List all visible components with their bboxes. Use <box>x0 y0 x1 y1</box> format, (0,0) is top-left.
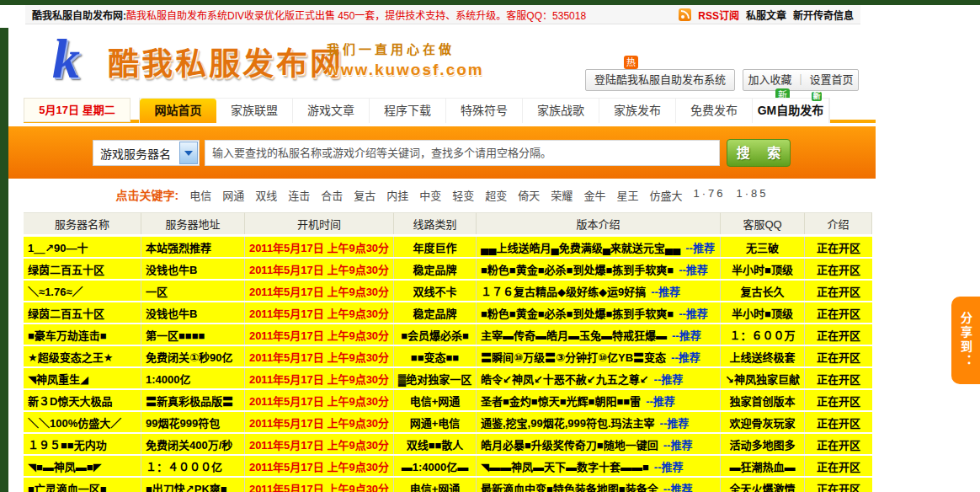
keyword-link-9[interactable]: 超变 <box>485 187 507 203</box>
set-homepage-link[interactable]: 设置首页 <box>810 73 854 86</box>
keywords-list: 电信网通双线连击合击复古内挂中变轻变超变倚天荣耀金牛星王仿盛大1·761·85 <box>189 187 768 203</box>
cell-qq: 无三破 <box>721 237 805 257</box>
favorite-sethome-button[interactable]: 加入收藏｜设置首页 <box>743 69 859 91</box>
cell-qq: 活动多地图多 <box>721 434 805 454</box>
tab-7[interactable]: 免费发布 <box>676 99 753 123</box>
recommend-label: --推荐 <box>646 393 675 409</box>
cell-name: 1＿↗90—十 <box>24 237 141 257</box>
table-row[interactable]: ＼＼100%仿盛大／99烟花999符包2011年5月17日 上午9点30分网通+… <box>24 412 872 432</box>
col-header-2: 开机时间 <box>245 212 394 234</box>
cell-line: 网通+电信 <box>394 412 477 432</box>
keyword-link-8[interactable]: 轻变 <box>452 187 474 203</box>
table-row[interactable]: 新３D惊天大极品〓新真彩极品版〓2011年5月17日 上午9点30分电信+网通圣… <box>24 390 872 410</box>
keyword-link-1[interactable]: 网通 <box>222 187 244 203</box>
rss-subscribe-link[interactable]: RSS订阅 <box>698 8 739 22</box>
table-row[interactable]: 绿茵二百五十区没钱也牛B2011年5月17日 上午9点30分稳定品牌■粉色■黄金… <box>24 259 872 279</box>
keyword-link-15[interactable]: 1·76 <box>693 187 725 203</box>
cell-time: 2011年5月17日 上午9点30分 <box>245 368 394 388</box>
nav-bar: 5月17日 星期二 网站首页家族联盟游戏文章程序下载特殊符号家族战歌家族发布免费… <box>24 98 876 123</box>
cell-intro: 主宰▬传奇▬皓月▬玉兔▬特戒狂爆▬--推荐 <box>477 324 721 345</box>
col-header-6: 介绍 <box>805 212 872 234</box>
keyword-link-2[interactable]: 双线 <box>255 187 277 203</box>
keyword-link-0[interactable]: 电信 <box>189 187 211 203</box>
add-favorite-link[interactable]: 加入收藏 <box>748 73 791 86</box>
keyword-link-12[interactable]: 金牛 <box>583 187 605 203</box>
cell-status: 正在开区 <box>805 390 872 410</box>
tab-0[interactable]: 网站首页 <box>140 99 216 123</box>
hot-badge: 热 <box>624 56 638 69</box>
cell-status: 正在开区 <box>805 368 872 388</box>
cell-name: 新３D惊天大极品 <box>24 390 141 410</box>
table-row[interactable]: １９５■■无内功免费闭关400万/秒2011年5月17日 上午9点30分双线■■… <box>24 434 872 454</box>
keywords-bar: 点击关键字: 电信网通双线连击合击复古内挂中变轻变超变倚天荣耀金牛星王仿盛大1·… <box>8 179 876 211</box>
keyword-link-3[interactable]: 连击 <box>288 187 310 203</box>
tab-1[interactable]: 家族联盟 <box>216 99 293 123</box>
cell-time: 2011年5月17日 上午9点30分 <box>245 237 394 257</box>
tab-5[interactable]: 家族战歌 <box>523 99 599 123</box>
keyword-link-6[interactable]: 内挂 <box>386 187 408 203</box>
site-header: k 酷我私服发布网 我们一直用心在做 www.kuwosf.com 登陆酷我私服… <box>8 25 876 98</box>
cell-status: 正在开区 <box>805 281 872 301</box>
keyword-link-14[interactable]: 仿盛大 <box>649 187 682 203</box>
recommend-label: --推荐 <box>679 305 708 321</box>
table-row[interactable]: ◥神凤重生◢1:4000亿2011年5月17日 上午9点30分▓绝对独家一区皓令… <box>24 368 872 388</box>
search-input[interactable] <box>205 140 720 166</box>
intro-text: ◥▬▬神凤▬天下▬数字十套▬▬■ <box>481 458 649 474</box>
cell-intro: 最新滴血中变■特色装备地图■装备全--推荐 <box>477 478 721 492</box>
keyword-link-7[interactable]: 中变 <box>419 187 441 203</box>
tab-2[interactable]: 游戏文章 <box>293 99 370 123</box>
cell-addr: 免费闭关400万/秒 <box>141 434 245 454</box>
cell-status: 正在开区 <box>805 346 872 366</box>
keyword-link-11[interactable]: 荣耀 <box>551 187 573 203</box>
chevron-down-icon[interactable] <box>179 142 198 164</box>
table-row[interactable]: ■亡灵滴血一区■■出刀快↗PK爽■2011年5月17日 上午9点30分电信+网通… <box>24 478 872 492</box>
col-header-4: 版本介绍 <box>477 212 721 234</box>
cell-status: 正在开区 <box>805 259 872 279</box>
rss-icon[interactable] <box>679 8 691 21</box>
intro-text: 通鉴,挖宝,99烟花,999符包.玛法主宰 <box>481 414 655 430</box>
cell-line: 稳定品牌 <box>394 302 477 323</box>
tab-6[interactable]: 家族发布 <box>599 99 676 123</box>
logo-text: 酷我私服发布网 <box>108 39 344 84</box>
search-button[interactable]: 搜 索 <box>727 139 791 167</box>
server-type-select[interactable]: 游戏服务器名 <box>93 140 200 166</box>
cell-status: 正在开区 <box>805 412 872 432</box>
recommend-label: --推荐 <box>654 458 684 474</box>
link-new-legend-info[interactable]: 新开传奇信息 <box>793 8 854 22</box>
site-label: 酷我私服自助发布网: <box>32 10 126 22</box>
cell-qq: 复古长久 <box>721 281 805 301</box>
share-tab[interactable]: 分享到： <box>951 297 980 384</box>
cell-addr: 99烟花999符包 <box>141 412 245 432</box>
tab-8[interactable]: GM自助发布新 <box>753 99 829 123</box>
table-row[interactable]: ★超级变态之王★免费闭关①秒90亿2011年5月17日 上午9点30分■■变态■… <box>24 346 872 366</box>
table-row[interactable]: ＼≈1.76≈／一区2011年5月17日 上午9点30分双线不卡１７６复古精品◆… <box>24 281 872 301</box>
table-row[interactable]: 绿茵二百五十区没钱也牛B2011年5月17日 上午9点30分稳定品牌■粉色■黄金… <box>24 302 872 323</box>
recommend-label: --推荐 <box>685 239 715 255</box>
link-private-server-articles[interactable]: 私服文章 <box>746 8 786 22</box>
keyword-link-13[interactable]: 星王 <box>616 187 638 203</box>
cell-name: 绿茵二百五十区 <box>24 302 141 323</box>
keyword-link-5[interactable]: 复古 <box>354 187 375 203</box>
cell-intro: 皓月必暴■升级奖传奇刀■随地一键回--推荐 <box>477 434 721 454</box>
tab-3[interactable]: 程序下载 <box>370 99 446 123</box>
keyword-link-4[interactable]: 合击 <box>321 187 343 203</box>
cell-line: ▬1:4000亿▬ <box>394 456 477 476</box>
recommend-label: --推荐 <box>671 349 700 365</box>
page: 酷我私服自助发布网:酷我私服自助发布系统DIV收录优化版正式出售 450一套，提… <box>8 5 876 492</box>
table-row[interactable]: 1＿↗90—十本站强烈推荐2011年5月17日 上午9点30分年度巨作▄▄上线送… <box>24 237 872 257</box>
table-header: 服务器名称服务器地址开机时间线路类别版本介绍客服QQ介绍 <box>24 212 872 234</box>
table-row[interactable]: ◥■▬神凤▬■◤１：４０００亿2011年5月17日 上午9点30分▬1:4000… <box>24 456 872 476</box>
cell-addr: １：４０００亿 <box>141 456 245 476</box>
cell-time: 2011年5月17日 上午9点30分 <box>245 346 394 366</box>
keyword-link-10[interactable]: 倚天 <box>518 187 540 203</box>
intro-text: 主宰▬传奇▬皓月▬玉兔▬特戒狂爆▬ <box>481 327 667 343</box>
table-row[interactable]: ■豪车万劫连击■第一区■■■■2011年5月17日 上午9点30分■会员爆必杀■… <box>24 324 872 345</box>
keyword-link-16[interactable]: 1·85 <box>736 187 768 203</box>
cell-intro: ■粉色■黄金■必杀■到处爆■拣到手软爽■--推荐 <box>477 302 721 323</box>
tab-4[interactable]: 特殊符号 <box>446 99 523 123</box>
login-button[interactable]: 登陆酷我私服自助发布系统 <box>585 69 735 91</box>
recommend-label: --推荐 <box>663 436 693 452</box>
cell-time: 2011年5月17日 上午9点30分 <box>245 456 394 476</box>
cell-status: 正在开区 <box>805 478 872 492</box>
recommend-label: --推荐 <box>663 480 693 492</box>
